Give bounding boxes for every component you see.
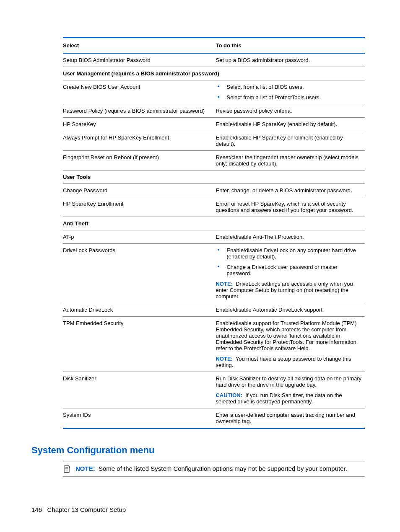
page: Select To do this Setup BIOS Administrat…: [0, 0, 400, 532]
cell-select: HP SpareKey: [63, 118, 216, 131]
table-row: HP SpareKey Enrollment Enroll or reset H…: [63, 197, 365, 217]
note-label: NOTE:: [216, 356, 232, 362]
heading-system-configuration: System Configuration menu: [31, 445, 369, 456]
cell-select: AT-p: [63, 230, 216, 243]
table-section-row: User Tools: [63, 170, 365, 183]
table-row: AT-p Enable/disable Anti-Theft Protectio…: [63, 230, 365, 243]
table-row: Password Policy (requires a BIOS adminis…: [63, 104, 365, 117]
cell-select: HP SpareKey Enrollment: [63, 197, 216, 217]
note-label: NOTE:: [75, 465, 95, 472]
cell-todo: Select from a list of BIOS users. Select…: [216, 80, 365, 104]
cell-todo: Enable/disable Anti-Theft Protection.: [216, 230, 365, 243]
list-item: Select from a list of ProtectTools users…: [216, 94, 362, 101]
cell-todo: Reset/clear the fingerprint reader owner…: [216, 151, 365, 170]
cell-select: Password Policy (requires a BIOS adminis…: [63, 104, 216, 117]
caution-label: CAUTION:: [216, 392, 242, 398]
cell-select: Setup BIOS Administrator Password: [63, 54, 216, 67]
cell-select: Change Password: [63, 184, 216, 197]
cell-todo: Enable/disable Automatic DriveLock suppo…: [216, 303, 365, 316]
section-user-tools: User Tools: [63, 170, 365, 183]
cell-select: Disk Sanitizer: [63, 372, 216, 408]
table-row: DriveLock Passwords Enable/disable Drive…: [63, 244, 365, 303]
cell-todo: Enable/disable HP SpareKey enrollment (e…: [216, 131, 365, 150]
list-item: Enable/disable DriveLock on any computer…: [216, 247, 362, 260]
cell-todo: Revise password policy criteria.: [216, 104, 365, 117]
table-row: Always Prompt for HP SpareKey Enrollment…: [63, 131, 365, 150]
disk-san-text: Run Disk Sanitizer to destroy all existi…: [216, 375, 362, 388]
table-row: Setup BIOS Administrator Password Set up…: [63, 54, 365, 67]
table-header-row: Select To do this: [63, 38, 365, 53]
table-row: System IDs Enter a user-defined computer…: [63, 408, 365, 428]
table-row: Fingerprint Reset on Reboot (if present)…: [63, 151, 365, 170]
note-text: DriveLock settings are accessible only w…: [216, 281, 353, 300]
page-footer: 146 Chapter 13 Computer Setup: [31, 506, 126, 513]
table-section-row: Anti Theft: [63, 217, 365, 230]
cell-todo: Enable/disable DriveLock on any computer…: [216, 244, 365, 303]
chapter-title: Chapter 13 Computer Setup: [47, 506, 126, 513]
table-row: Change Password Enter, change, or delete…: [63, 184, 365, 197]
cell-select: TPM Embedded Security: [63, 317, 216, 372]
note-text: You must have a setup password to change…: [216, 356, 351, 368]
cell-todo: Enable/disable support for Trusted Platf…: [216, 317, 365, 372]
security-table: Select To do this Setup BIOS Administrat…: [63, 37, 365, 429]
note-label: NOTE:: [216, 281, 232, 287]
cell-select: Create New BIOS User Account: [63, 80, 216, 104]
cell-todo: Enter, change, or delete a BIOS administ…: [216, 184, 365, 197]
note-text: Some of the listed System Configuration …: [99, 465, 347, 472]
cell-todo: Set up a BIOS administrator password.: [216, 54, 365, 67]
list-item: Select from a list of BIOS users.: [216, 84, 362, 90]
header-select: Select: [63, 38, 216, 53]
header-todo: To do this: [216, 38, 365, 53]
table-row: TPM Embedded Security Enable/disable sup…: [63, 317, 365, 372]
svg-rect-0: [64, 466, 69, 473]
cell-select: System IDs: [63, 408, 216, 428]
page-number: 146: [31, 506, 42, 513]
table-row: HP SpareKey Enable/disable HP SpareKey (…: [63, 118, 365, 131]
table-row: Disk Sanitizer Run Disk Sanitizer to des…: [63, 372, 365, 408]
table-row: Automatic DriveLock Enable/disable Autom…: [63, 303, 365, 316]
table-section-row: User Management (requires a BIOS adminis…: [63, 67, 365, 80]
section-user-management: User Management (requires a BIOS adminis…: [63, 67, 365, 80]
cell-todo: Enroll or reset HP SpareKey, which is a …: [216, 197, 365, 217]
cell-select: Automatic DriveLock: [63, 303, 216, 316]
cell-todo: Run Disk Sanitizer to destroy all existi…: [216, 372, 365, 408]
section-anti-theft: Anti Theft: [63, 217, 365, 230]
note-icon: [63, 465, 71, 473]
cell-select: Always Prompt for HP SpareKey Enrollment: [63, 131, 216, 150]
cell-select: DriveLock Passwords: [63, 244, 216, 303]
list-item: Change a DriveLock user password or mast…: [216, 264, 362, 276]
cell-todo: Enable/disable HP SpareKey (enabled by d…: [216, 118, 365, 131]
tpm-text: Enable/disable support for Trusted Platf…: [216, 320, 362, 351]
page-note: NOTE: Some of the listed System Configur…: [63, 462, 365, 477]
cell-select: Fingerprint Reset on Reboot (if present): [63, 151, 216, 170]
table-row: Create New BIOS User Account Select from…: [63, 80, 365, 104]
cell-todo: Enter a user-defined computer asset trac…: [216, 408, 365, 428]
